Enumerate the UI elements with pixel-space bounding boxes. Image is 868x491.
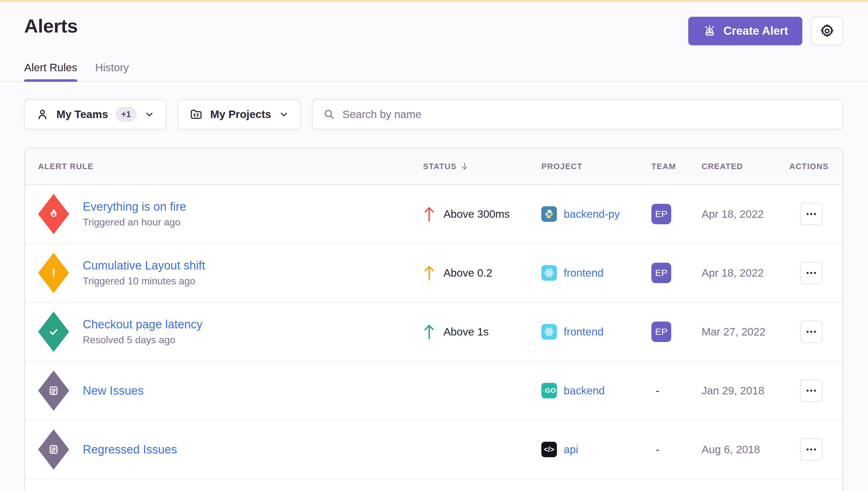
created-date: Mar 27, 2022 bbox=[702, 325, 789, 338]
issues-icon bbox=[38, 371, 69, 411]
alert-name-link[interactable]: Everything is on fire bbox=[83, 200, 186, 213]
python-icon bbox=[541, 206, 557, 222]
more-actions-icon bbox=[806, 212, 817, 216]
go-icon: -GO bbox=[541, 383, 557, 398]
column-header-actions: Actions bbox=[789, 162, 833, 171]
project-link[interactable]: frontend bbox=[564, 325, 604, 338]
column-header-created: Created bbox=[702, 162, 789, 171]
fire-icon bbox=[38, 194, 69, 234]
status-text: Above 300ms bbox=[444, 208, 510, 220]
alert-rules-table: Alert Rule Status Project Team Created A… bbox=[25, 148, 843, 491]
table-row: Everything is on fire Triggered an hour … bbox=[25, 185, 843, 244]
column-header-status[interactable]: Status bbox=[423, 162, 541, 171]
issues-icon bbox=[38, 429, 69, 470]
settings-button[interactable] bbox=[811, 17, 843, 45]
react-icon bbox=[541, 265, 557, 281]
chevron-down-icon bbox=[279, 109, 289, 120]
more-actions-icon bbox=[806, 447, 817, 451]
teams-count-badge: +1 bbox=[116, 107, 137, 122]
alert-name-link[interactable]: Regressed Issues bbox=[83, 443, 177, 456]
team-badge: EP bbox=[651, 322, 671, 342]
table-row: Checkout page latency Resolved 5 days ag… bbox=[25, 302, 843, 362]
more-actions-button[interactable] bbox=[800, 262, 822, 284]
column-header-project: Project bbox=[541, 162, 651, 171]
table-row: New Issues -GO backend - Jan 29, 2018 bbox=[25, 362, 843, 421]
alert-name-link[interactable]: New Issues bbox=[83, 384, 143, 398]
team-badge: EP bbox=[651, 204, 671, 224]
more-actions-button[interactable] bbox=[800, 438, 822, 461]
page-header: Alerts Create Alert bbox=[0, 2, 868, 45]
create-alert-button[interactable]: Create Alert bbox=[688, 17, 802, 45]
tab-history[interactable]: History bbox=[95, 61, 129, 81]
table-row bbox=[25, 479, 843, 491]
code-icon: </> bbox=[541, 442, 557, 457]
alert-subtitle: Triggered 10 minutes ago bbox=[83, 276, 205, 287]
status-text: Above 0.2 bbox=[444, 267, 493, 279]
status-up-arrow-icon bbox=[423, 206, 436, 222]
column-header-team: Team bbox=[651, 162, 702, 171]
filter-bar: My Teams +1 My Projects bbox=[0, 99, 868, 129]
project-link[interactable]: api bbox=[564, 443, 578, 456]
check-icon bbox=[38, 312, 69, 352]
search-box bbox=[312, 99, 843, 129]
search-input[interactable] bbox=[342, 108, 833, 120]
alarm-siren-icon bbox=[702, 24, 717, 38]
react-icon bbox=[541, 324, 557, 340]
more-actions-button[interactable] bbox=[800, 379, 822, 402]
alert-subtitle: Triggered an hour ago bbox=[83, 216, 186, 228]
page-title: Alerts bbox=[24, 15, 78, 37]
warning-icon bbox=[38, 253, 69, 293]
table-row: Cumulative Layout shift Triggered 10 min… bbox=[25, 244, 843, 302]
status-up-arrow-icon bbox=[423, 265, 436, 281]
header-actions: Create Alert bbox=[688, 17, 843, 45]
more-actions-button[interactable] bbox=[800, 321, 822, 343]
more-actions-icon bbox=[806, 271, 817, 275]
more-actions-icon bbox=[806, 389, 817, 393]
teams-filter-dropdown[interactable]: My Teams +1 bbox=[24, 99, 166, 129]
created-date: Jan 29, 2018 bbox=[702, 384, 789, 397]
table-row: Regressed Issues </> api - Aug 6, 2018 bbox=[25, 421, 843, 479]
alerts-page: Alerts Create Alert bbox=[0, 0, 868, 491]
alert-name-link[interactable]: Checkout page latency bbox=[83, 318, 203, 331]
created-date: Apr 18, 2022 bbox=[702, 267, 789, 279]
search-icon bbox=[323, 108, 336, 121]
more-actions-button[interactable] bbox=[800, 203, 822, 225]
tab-bar: Alert Rules History bbox=[0, 61, 868, 82]
teams-filter-label: My Teams bbox=[56, 108, 108, 120]
status-text: Above 1s bbox=[444, 325, 489, 338]
more-actions-icon bbox=[806, 330, 817, 334]
alert-subtitle: Resolved 5 days ago bbox=[83, 334, 203, 346]
status-up-arrow-icon bbox=[423, 324, 436, 340]
table-header-row: Alert Rule Status Project Team Created A… bbox=[25, 148, 843, 185]
tab-alert-rules[interactable]: Alert Rules bbox=[24, 61, 77, 81]
chevron-down-icon bbox=[144, 109, 155, 120]
team-none: - bbox=[651, 384, 702, 397]
sort-desc-icon bbox=[460, 162, 469, 171]
column-header-alert-rule: Alert Rule bbox=[38, 162, 423, 171]
gear-icon bbox=[819, 23, 836, 39]
project-link[interactable]: backend bbox=[564, 384, 605, 397]
projects-filter-dropdown[interactable]: My Projects bbox=[177, 99, 301, 129]
alert-name-link[interactable]: Cumulative Layout shift bbox=[83, 259, 205, 272]
user-icon bbox=[36, 108, 49, 121]
created-date: Apr 18, 2022 bbox=[702, 208, 789, 220]
project-link[interactable]: backend-py bbox=[564, 208, 620, 220]
create-alert-label: Create Alert bbox=[724, 25, 788, 37]
team-none: - bbox=[651, 443, 702, 456]
created-date: Aug 6, 2018 bbox=[702, 443, 789, 456]
team-badge: EP bbox=[651, 263, 671, 283]
projects-filter-label: My Projects bbox=[211, 108, 271, 120]
folder-code-icon bbox=[189, 108, 203, 121]
project-link[interactable]: frontend bbox=[564, 267, 604, 279]
